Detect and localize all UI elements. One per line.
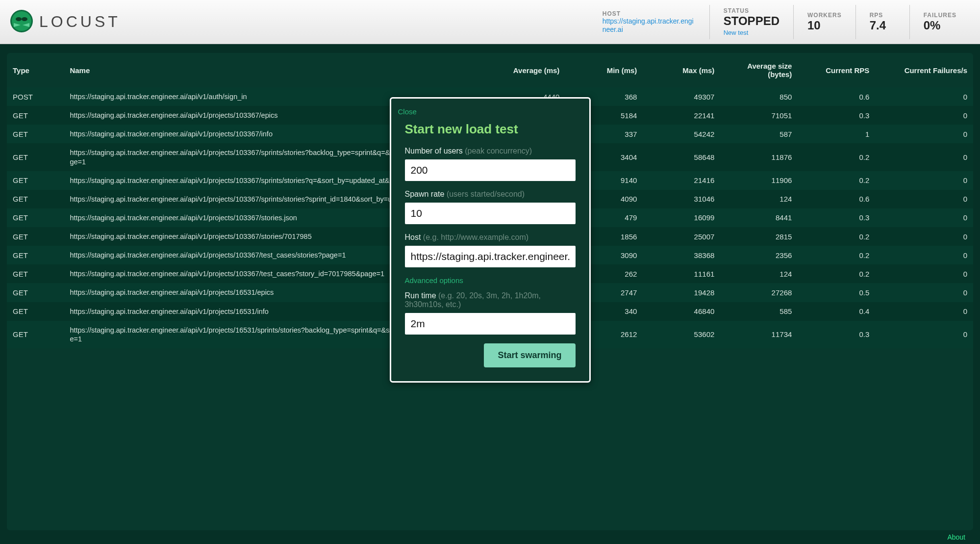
cell-rps: 0.3 [798, 321, 875, 348]
cell-type: GET [7, 283, 64, 302]
cell-fail: 0 [875, 302, 973, 321]
top-stats: HOST https://staging.api.tracker.enginee… [589, 5, 970, 39]
stat-status: STATUS STOPPED New test [709, 5, 793, 39]
cell-max: 16099 [643, 208, 720, 227]
cell-fail: 0 [875, 106, 973, 125]
start-swarming-button[interactable]: Start swarming [484, 343, 575, 367]
stat-rps-value: 7.4 [870, 19, 896, 32]
cell-size: 585 [720, 302, 798, 321]
advanced-options-link[interactable]: Advanced options [405, 276, 463, 285]
stat-status-value: STOPPED [724, 14, 779, 28]
host-label-text: Host [405, 233, 421, 241]
users-label: Number of users (peak concurrency) [405, 147, 576, 155]
locust-icon [10, 9, 33, 35]
cell-type: GET [7, 208, 64, 227]
host-label: Host (e.g. http://www.example.com) [405, 233, 576, 242]
cell-size: 27268 [720, 283, 798, 302]
runtime-label: Run time (e.g. 20, 20s, 3m, 2h, 1h20m, 3… [405, 291, 576, 309]
users-input[interactable] [405, 159, 576, 181]
cell-size: 124 [720, 264, 798, 283]
cell-size: 11734 [720, 321, 798, 348]
cell-rps: 0.3 [798, 208, 875, 227]
cell-rps: 0.2 [798, 227, 875, 246]
stat-rps: RPS 7.4 [855, 5, 909, 39]
cell-fail: 0 [875, 227, 973, 246]
cell-max: 49307 [643, 87, 720, 106]
cell-max: 46840 [643, 302, 720, 321]
stat-host: HOST https://staging.api.tracker.enginee… [589, 5, 709, 39]
cell-rps: 0.5 [798, 283, 875, 302]
stat-workers-value: 10 [807, 19, 842, 32]
cell-fail: 0 [875, 125, 973, 143]
cell-size: 8441 [720, 208, 798, 227]
new-test-link[interactable]: New test [724, 29, 779, 36]
cell-max: 31046 [643, 190, 720, 208]
modal-close-link[interactable]: Close [398, 107, 417, 116]
cell-rps: 0.6 [798, 190, 875, 208]
stat-host-label: HOST [603, 10, 696, 17]
spawn-hint: (users started/second) [447, 190, 525, 198]
th-fail[interactable]: Current Failures/s [875, 53, 973, 87]
host-input[interactable] [405, 246, 576, 267]
cell-rps: 0.2 [798, 171, 875, 190]
cell-type: POST [7, 87, 64, 106]
th-avg[interactable]: Average (ms) [488, 53, 565, 87]
stat-rps-label: RPS [870, 12, 896, 19]
field-host: Host (e.g. http://www.example.com) [405, 233, 576, 267]
host-hint: (e.g. http://www.example.com) [423, 233, 528, 241]
brand-logo: LOCUST [10, 9, 121, 35]
table-header-row: Type Name Average (ms) Min (ms) Max (ms)… [7, 53, 973, 87]
th-type[interactable]: Type [7, 53, 64, 87]
cell-max: 19428 [643, 283, 720, 302]
cell-max: 11161 [643, 264, 720, 283]
stat-status-label: STATUS [724, 7, 779, 14]
th-size[interactable]: Average size (bytes) [720, 53, 798, 87]
th-min[interactable]: Min (ms) [565, 53, 643, 87]
stat-failures-value: 0% [924, 19, 956, 32]
modal-title: Start new load test [405, 122, 576, 137]
cell-fail: 0 [875, 283, 973, 302]
cell-rps: 1 [798, 125, 875, 143]
main-area: Type Name Average (ms) Min (ms) Max (ms)… [0, 44, 980, 544]
cell-max: 53602 [643, 321, 720, 348]
cell-rps: 0.6 [798, 87, 875, 106]
cell-fail: 0 [875, 87, 973, 106]
field-runtime: Run time (e.g. 20, 20s, 3m, 2h, 1h20m, 3… [405, 291, 576, 335]
spawn-input[interactable] [405, 203, 576, 224]
cell-fail: 0 [875, 246, 973, 264]
cell-fail: 0 [875, 143, 973, 171]
users-label-text: Number of users [405, 147, 463, 155]
th-max[interactable]: Max (ms) [643, 53, 720, 87]
stat-failures-label: FAILURES [924, 12, 956, 19]
th-rps[interactable]: Current RPS [798, 53, 875, 87]
host-link[interactable]: https://staging.api.tracker.engineer.ai [603, 17, 696, 34]
cell-rps: 0.2 [798, 143, 875, 171]
cell-fail: 0 [875, 321, 973, 348]
stat-workers-label: WORKERS [807, 12, 842, 19]
cell-size: 11876 [720, 143, 798, 171]
users-hint: (peak concurrency) [465, 147, 532, 155]
svg-point-2 [16, 17, 22, 21]
cell-rps: 0.3 [798, 106, 875, 125]
cell-type: GET [7, 264, 64, 283]
cell-max: 21416 [643, 171, 720, 190]
cell-fail: 0 [875, 171, 973, 190]
cell-max: 25007 [643, 227, 720, 246]
field-users: Number of users (peak concurrency) [405, 147, 576, 181]
spawn-label: Spawn rate (users started/second) [405, 190, 576, 199]
field-spawn: Spawn rate (users started/second) [405, 190, 576, 224]
cell-type: GET [7, 143, 64, 171]
cell-fail: 0 [875, 208, 973, 227]
cell-size: 2815 [720, 227, 798, 246]
about-link[interactable]: About [947, 533, 965, 541]
cell-type: GET [7, 246, 64, 264]
cell-size: 2356 [720, 246, 798, 264]
th-name[interactable]: Name [64, 53, 488, 87]
cell-max: 38368 [643, 246, 720, 264]
cell-fail: 0 [875, 190, 973, 208]
runtime-input[interactable] [405, 313, 576, 335]
cell-rps: 0.2 [798, 246, 875, 264]
topbar: LOCUST HOST https://staging.api.tracker.… [0, 0, 980, 44]
new-test-modal: Close Start new load test Number of user… [390, 97, 591, 383]
cell-type: GET [7, 321, 64, 348]
